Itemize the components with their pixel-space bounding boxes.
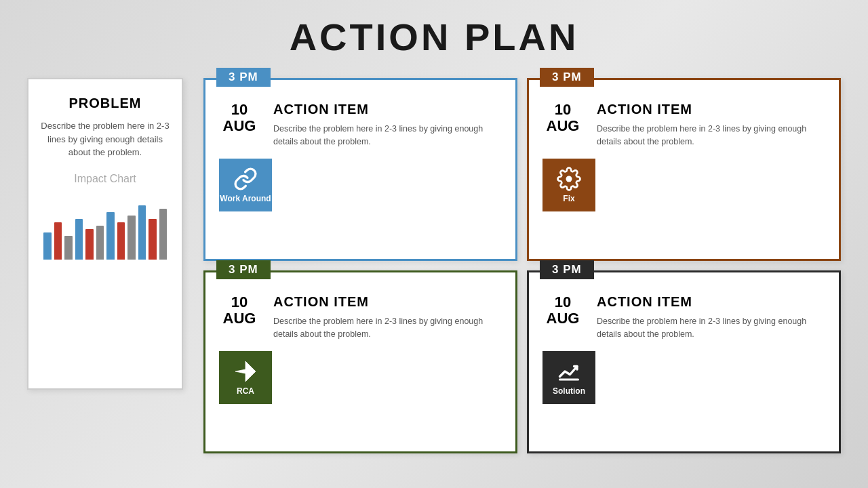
action-cards-grid: 3 PM 10 AUG ACTION ITEM Describe the pro… — [203, 78, 841, 453]
impact-chart — [41, 192, 170, 260]
card-date-3: 10 AUG — [219, 294, 260, 327]
chart-bar — [43, 232, 52, 260]
svg-marker-0 — [235, 361, 256, 382]
chart-bar — [117, 222, 125, 260]
icon-box-3: RCA — [219, 351, 272, 404]
action-card-1: 3 PM 10 AUG ACTION ITEM Describe the pro… — [203, 78, 517, 261]
card-action-title-4: ACTION ITEM — [597, 294, 825, 310]
icon-label-4: Solution — [553, 386, 585, 396]
card-action-desc-1: Describe the problem here in 2-3 lines b… — [273, 123, 502, 149]
card-action-title-1: ACTION ITEM — [273, 102, 502, 117]
action-card-3: 3 PM 10 AUG ACTION ITEM Describe the pro… — [203, 270, 517, 453]
chart-bar — [85, 229, 94, 260]
svg-rect-1 — [559, 378, 579, 380]
chart-bar — [106, 212, 115, 260]
time-badge-1: 3 PM — [216, 68, 271, 87]
icon-label-1: Work Around — [220, 194, 271, 203]
chart-bar — [96, 226, 104, 260]
problem-description: Describe the problem here in 2-3 lines b… — [41, 119, 170, 159]
action-card-4: 3 PM 10 AUG ACTION ITEM Describe the pro… — [527, 270, 841, 453]
chart-bar — [159, 209, 167, 260]
icon-box-2: Fix — [542, 159, 595, 211]
card-date-1: 10 AUG — [219, 102, 260, 134]
link-icon — [233, 167, 258, 191]
card-date-4: 10 AUG — [542, 294, 583, 327]
time-badge-2: 3 PM — [540, 68, 594, 87]
problem-title: PROBLEM — [69, 96, 142, 111]
chart-bar — [54, 222, 62, 260]
card-action-title-3: ACTION ITEM — [273, 294, 502, 310]
card-action-desc-2: Describe the problem here in 2-3 lines b… — [597, 123, 825, 149]
chart-line-icon — [557, 359, 581, 384]
chart-bar — [138, 205, 146, 260]
card-action-desc-3: Describe the problem here in 2-3 lines b… — [273, 315, 502, 342]
paper-plane-icon — [233, 359, 258, 384]
page-title: ACTION PLAN — [0, 0, 868, 71]
chart-bar — [64, 236, 73, 260]
icon-box-4: Solution — [542, 351, 595, 404]
impact-chart-label: Impact Chart — [74, 173, 136, 185]
time-badge-3: 3 PM — [216, 260, 271, 279]
gear-icon — [557, 167, 581, 191]
card-date-2: 10 AUG — [542, 102, 583, 134]
chart-bar — [127, 216, 136, 260]
icon-label-3: RCA — [237, 386, 254, 396]
card-action-title-2: ACTION ITEM — [597, 102, 825, 117]
left-panel: PROBLEM Describe the problem here in 2-3… — [27, 78, 183, 390]
icon-box-1: Work Around — [219, 159, 272, 211]
card-action-desc-4: Describe the problem here in 2-3 lines b… — [597, 315, 825, 342]
chart-bar — [75, 219, 83, 260]
icon-label-2: Fix — [563, 194, 574, 203]
time-badge-4: 3 PM — [540, 260, 594, 279]
action-card-2: 3 PM 10 AUG ACTION ITEM Describe the pro… — [527, 78, 841, 261]
chart-bar — [149, 219, 157, 260]
